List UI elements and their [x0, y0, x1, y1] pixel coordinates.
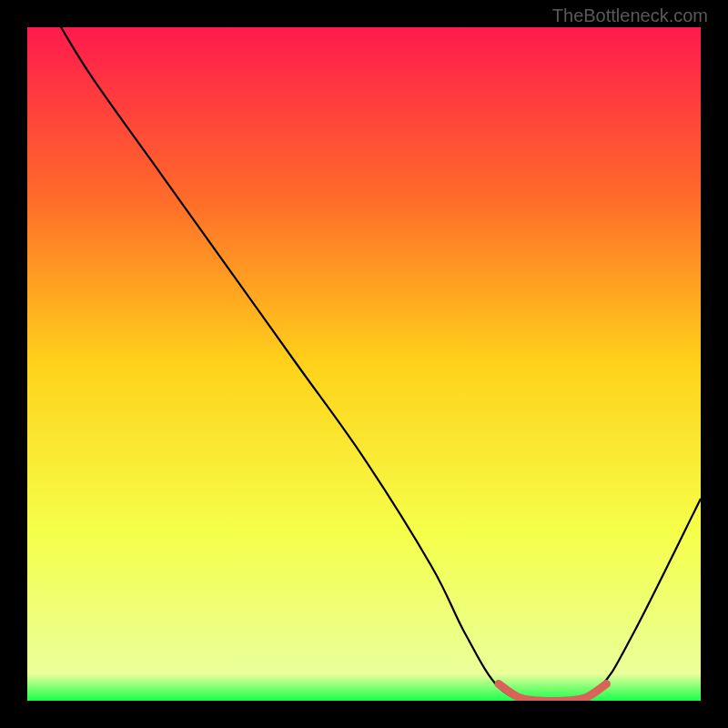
chart-container [27, 27, 701, 701]
bottleneck-chart [27, 27, 701, 701]
watermark-text: TheBottleneck.com [552, 5, 708, 26]
